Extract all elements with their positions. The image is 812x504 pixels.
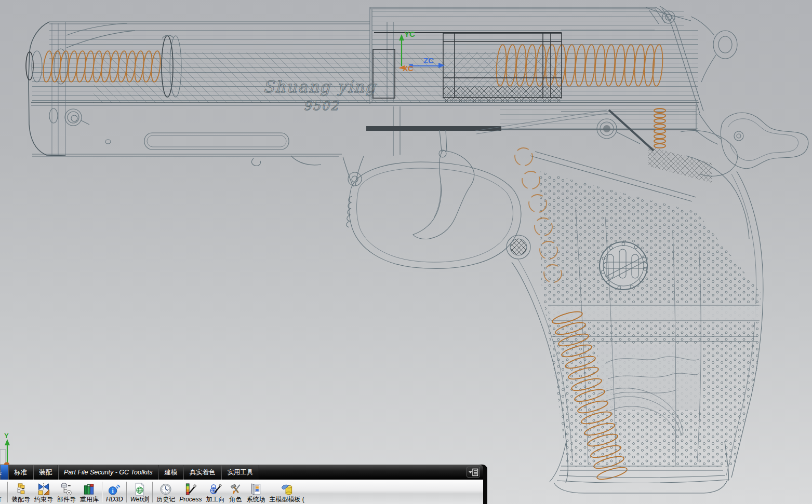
nx-cad-window: { "viewport": { "wcs": { "y_label": "YC"… [0, 0, 812, 504]
toolbar-item-role[interactable]: 角色 [227, 480, 245, 504]
assembly-navigator-icon [14, 483, 28, 496]
toolbar-item-master-model-template[interactable]: 主模型模板 ( [268, 480, 307, 504]
system-scenes-icon [249, 483, 263, 496]
toolbar-options-icon [468, 468, 478, 476]
pistol-wireframe: Shuang ying 9502 [26, 6, 808, 493]
toolbar-options-button[interactable] [467, 467, 480, 478]
role-icon [229, 483, 243, 496]
hd3d-icon: i [108, 483, 121, 496]
toolbar-separator [152, 482, 153, 502]
tab-realistic-shading[interactable]: 真实着色 [183, 465, 221, 480]
toolbar-item-web-browser[interactable]: Web浏 [128, 480, 151, 504]
toolbar-item-history[interactable]: 历史记 [154, 480, 177, 504]
tab-partial-active[interactable]: 条 [0, 465, 8, 480]
process-studio-icon [184, 483, 197, 496]
toolbar-item-part-navigator[interactable]: 部件导 [55, 480, 78, 504]
reuse-library-icon [83, 483, 96, 496]
wcs-x-label: XC [403, 64, 414, 73]
tab-standard[interactable]: 标准 [8, 465, 33, 480]
tab-part-file-security[interactable]: Part File Security - GC Toolkits [58, 465, 158, 480]
toolbar-item-process-studio[interactable]: Process [177, 480, 204, 504]
tab-assembly[interactable]: 装配 [33, 465, 58, 480]
constraint-navigator-icon [37, 483, 50, 496]
master-model-template-icon [280, 483, 294, 496]
view-triad: Y [0, 432, 10, 466]
web-browser-icon [133, 483, 147, 496]
tab-utility-tools[interactable]: 实用工具 [221, 465, 259, 480]
toolbar-separator [102, 482, 103, 502]
viewport-3d[interactable]: Shuang ying 9502 YC ZC XC Y [0, 0, 812, 504]
bottom-toolbar-panel: 条 标准 装配 Part File Security - GC Toolkits… [0, 465, 487, 504]
wcs-z-label: ZC [423, 56, 434, 65]
toolbar-item-machining-wizard[interactable]: 加工向 [204, 480, 227, 504]
toolbar-item-partial[interactable]: 首 [0, 480, 6, 504]
slide-engraving-line2: 9502 [303, 99, 339, 113]
toolbar-separator [7, 482, 8, 502]
toolbar-item-hd3d[interactable]: i HD3D [104, 480, 125, 504]
slide-engraving-line1: Shuang ying [263, 77, 377, 96]
toolbar-item-constraint-navigator[interactable]: 约束导 [32, 480, 55, 504]
toolbar-separator [126, 482, 127, 502]
toolbar-item-assembly-navigator[interactable]: 装配导 [9, 480, 32, 504]
view-triad-backdrop [0, 449, 6, 465]
toolbar-icon-row: 首 装配导 约束导 [0, 480, 483, 504]
tab-modeling[interactable]: 建模 [158, 465, 183, 480]
wcs-y-label: YC [404, 30, 415, 38]
toolbar-item-system-scenes[interactable]: 系统场 [245, 480, 268, 504]
part-navigator-icon [60, 483, 73, 496]
toolbar-tab-row: 条 标准 装配 Part File Security - GC Toolkits… [0, 465, 483, 480]
history-icon [159, 483, 172, 496]
toolbar-item-reuse-library[interactable]: 重用库 [78, 480, 101, 504]
view-triad-y-label: Y [4, 432, 9, 440]
machining-wizard-icon [209, 483, 222, 496]
